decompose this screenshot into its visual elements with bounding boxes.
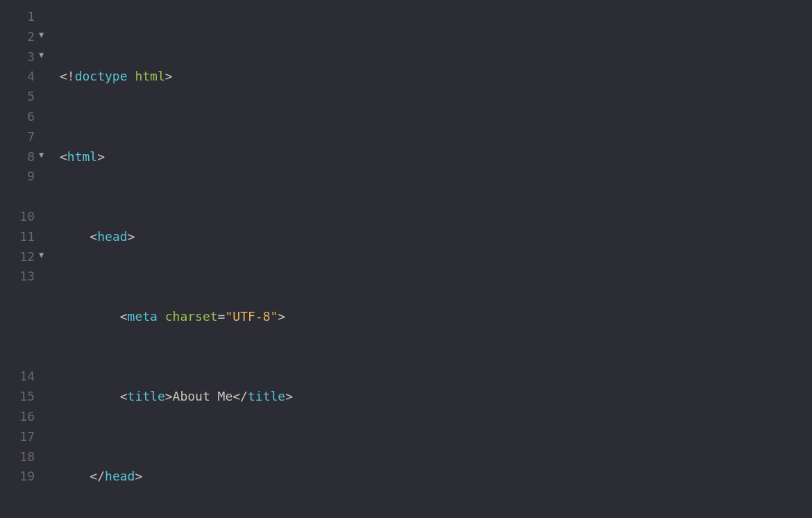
code-line[interactable]: <html> xyxy=(58,147,812,167)
gutter-row: 6 xyxy=(0,107,58,127)
gutter-row xyxy=(0,307,58,327)
gutter-row: 2▼ xyxy=(0,27,58,47)
gutter-row: 9 xyxy=(0,167,58,187)
gutter-row: 8▼ xyxy=(0,147,58,167)
gutter-row: 5 xyxy=(0,87,58,107)
gutter-row: 17 xyxy=(0,427,58,447)
gutter-row: 15 xyxy=(0,387,58,407)
gutter-row: 16 xyxy=(0,407,58,427)
gutter-row: 18 xyxy=(0,447,58,467)
line-gutter: 1 2▼ 3▼ 4 5 6 7 8▼ 9 10 11 12▼ 13 14 15 … xyxy=(0,0,58,518)
fold-marker-icon[interactable]: ▼ xyxy=(39,147,54,162)
gutter-row: 11 xyxy=(0,227,58,247)
fold-marker-icon[interactable]: ▼ xyxy=(39,247,54,262)
code-line[interactable]: <title>About Me</title> xyxy=(58,387,812,407)
fold-marker-icon[interactable]: ▼ xyxy=(39,47,54,62)
gutter-row: 13 xyxy=(0,267,58,287)
gutter-row xyxy=(0,287,58,307)
gutter-row: 14 xyxy=(0,367,58,387)
code-line[interactable]: <meta charset="UTF-8"> xyxy=(58,307,812,327)
code-line[interactable]: <!doctype html> xyxy=(58,67,812,87)
code-editor[interactable]: 1 2▼ 3▼ 4 5 6 7 8▼ 9 10 11 12▼ 13 14 15 … xyxy=(0,0,812,518)
gutter-row xyxy=(0,187,58,207)
code-line[interactable]: </head> xyxy=(58,467,812,487)
gutter-row: 4 xyxy=(0,67,58,87)
gutter-row: 12▼ xyxy=(0,247,58,267)
gutter-row: 1 xyxy=(0,7,58,27)
gutter-row: 10 xyxy=(0,207,58,227)
fold-marker-icon[interactable]: ▼ xyxy=(39,27,54,42)
gutter-row: 7 xyxy=(0,127,58,147)
gutter-row: 3▼ xyxy=(0,47,58,67)
gutter-row xyxy=(0,347,58,367)
code-content[interactable]: <!doctype html> <html> <head> <meta char… xyxy=(58,0,812,518)
gutter-row xyxy=(0,327,58,347)
gutter-row: 19 xyxy=(0,467,58,487)
code-line[interactable]: <head> xyxy=(58,227,812,247)
